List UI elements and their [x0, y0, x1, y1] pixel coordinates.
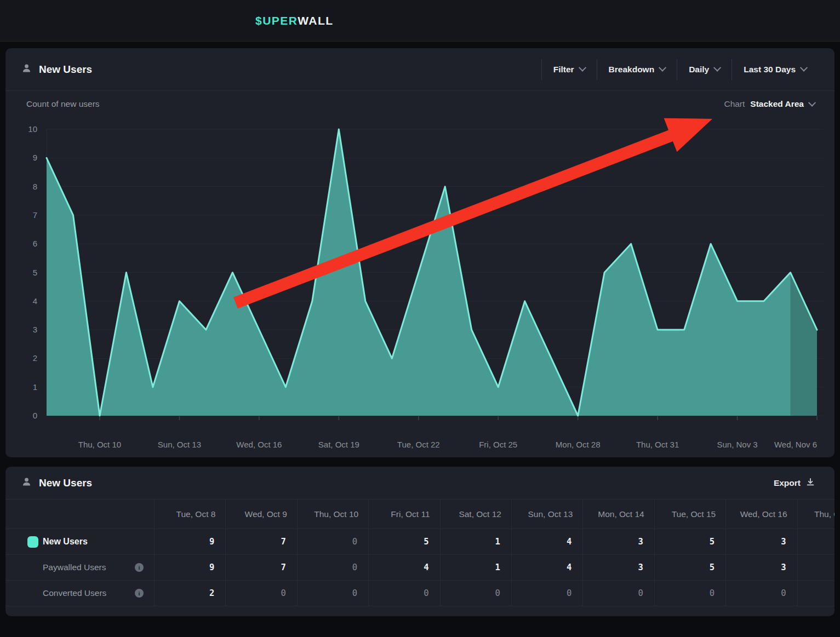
x-axis-label: Mon, Oct 28 [556, 440, 601, 449]
control-label: Last 30 Days [744, 65, 796, 74]
column-header: Wed, Oct 16 [725, 500, 797, 529]
row-label-converted-users: Converted Usersi [5, 581, 154, 606]
chart-card-header: New Users FilterBreakdownDailyLast 30 Da… [5, 48, 835, 91]
column-header: Mon, Oct 14 [582, 500, 654, 529]
y-axis-label: 2 [33, 353, 37, 363]
superwall-logo: $UPERWALL [255, 14, 334, 27]
y-axis-label: 10 [28, 124, 37, 134]
series-swatch [27, 536, 38, 548]
table-cell: 0 [654, 581, 725, 606]
table-card-title: New Users [39, 477, 92, 489]
download-icon [806, 478, 815, 489]
column-header: Wed, Oct 9 [225, 500, 296, 529]
column-header: Sun, Oct 13 [511, 500, 582, 529]
x-axis-label: Thu, Oct 31 [636, 440, 679, 449]
column-header: Thu, Oct 10 [297, 500, 368, 529]
table-cell: 0 [582, 581, 654, 606]
info-icon[interactable]: i [135, 589, 144, 598]
export-button[interactable]: Export [770, 477, 818, 489]
x-axis-label: Fri, Oct 25 [479, 440, 517, 449]
table-cell [797, 555, 835, 581]
logo-primary: $UPER [255, 14, 298, 27]
x-axis-label: Sun, Oct 13 [158, 440, 201, 449]
table-cell: 0 [440, 581, 511, 606]
x-axis-label: Thu, Oct 10 [78, 440, 121, 449]
table-cell: 9 [154, 529, 225, 555]
row-label-text: New Users [43, 537, 88, 547]
table-cell: 0 [725, 581, 797, 606]
table-cell: 4 [511, 529, 582, 555]
chevron-down-icon [808, 99, 816, 106]
table-cell: 1 [440, 555, 511, 581]
y-axis-label: 8 [33, 182, 37, 191]
table-cell: 4 [368, 555, 439, 581]
table-corner-cell [5, 500, 154, 529]
row-label-new-users: New Users [5, 529, 154, 555]
control-filter[interactable]: Filter [542, 48, 597, 90]
y-axis-label: 6 [33, 239, 37, 248]
y-axis-label: 4 [33, 296, 37, 306]
chart-type-label: Chart [724, 99, 745, 109]
table-cell: 3 [725, 529, 797, 555]
chevron-down-icon [579, 64, 586, 72]
table-cell [797, 581, 835, 606]
chart-type-selector[interactable]: Chart Stacked Area [721, 99, 818, 110]
area-last-segment [791, 273, 818, 416]
table-cell: 4 [511, 555, 582, 581]
y-axis-label: 1 [33, 382, 37, 392]
x-axis-label: Wed, Oct 16 [236, 440, 282, 449]
table-cell: 5 [368, 529, 439, 555]
column-header: Sat, Oct 12 [440, 500, 511, 529]
x-axis-label: Sat, Oct 19 [318, 440, 359, 449]
column-header: Tue, Oct 15 [654, 500, 725, 529]
table-cell: 9 [154, 555, 225, 581]
control-daily[interactable]: Daily [677, 48, 732, 90]
chevron-down-icon [659, 64, 666, 72]
logo-secondary: WALL [298, 14, 333, 27]
table-cell: 7 [225, 555, 296, 581]
table-cell: 3 [582, 529, 654, 555]
y-axis-label: 5 [33, 268, 37, 277]
table-cell: 0 [297, 555, 368, 581]
chevron-down-icon [800, 64, 808, 72]
x-axis-label: Tue, Oct 22 [397, 440, 440, 449]
column-header: Fri, Oct 11 [368, 500, 439, 529]
table-cell: 5 [654, 555, 725, 581]
export-label: Export [774, 478, 801, 488]
y-axis-label: 3 [33, 325, 37, 334]
new-users-table-card: New Users Export Tue, Oct 8Wed, Oct 9Thu… [5, 467, 835, 616]
table-cell: 1 [440, 529, 511, 555]
column-header: Tue, Oct 8 [154, 500, 225, 529]
top-navigation-bar: $UPERWALL [0, 0, 840, 42]
x-axis-label: Sun, Nov 3 [717, 440, 757, 449]
data-table: Tue, Oct 8Wed, Oct 9Thu, Oct 10Fri, Oct … [5, 500, 835, 606]
table-cell: 3 [582, 555, 654, 581]
info-icon[interactable]: i [135, 563, 144, 572]
table-cell: 2 [154, 581, 225, 606]
x-axis-label: Wed, Nov 6 [774, 440, 817, 449]
chevron-down-icon [713, 64, 721, 72]
control-last-30-days[interactable]: Last 30 Days [732, 48, 818, 90]
table-cell: 0 [297, 529, 368, 555]
chart-subheader: Count of new users Chart Stacked Area [5, 91, 835, 117]
table-cell: 0 [297, 581, 368, 606]
control-label: Filter [553, 65, 574, 74]
area-chart-svg: 012345678910Thu, Oct 10Sun, Oct 13Wed, O… [5, 117, 835, 457]
column-header: Thu, Oct 17 [797, 500, 835, 529]
chart-controls: FilterBreakdownDailyLast 30 Days [541, 48, 818, 90]
table-cell: 7 [225, 529, 296, 555]
metric-label: Count of new users [26, 99, 100, 109]
person-icon [22, 64, 31, 75]
y-axis-label: 9 [33, 153, 37, 162]
y-axis-label: 0 [33, 411, 37, 420]
row-label-text: Paywalled Users [43, 563, 106, 572]
y-axis-label: 7 [33, 210, 37, 220]
control-label: Breakdown [609, 65, 655, 74]
control-breakdown[interactable]: Breakdown [597, 48, 677, 90]
control-label: Daily [689, 65, 709, 74]
table-card-header: New Users Export [5, 467, 835, 500]
person-icon [22, 477, 31, 489]
table-cell: 3 [725, 555, 797, 581]
table-cell [797, 529, 835, 555]
chart-type-value: Stacked Area [750, 99, 804, 109]
